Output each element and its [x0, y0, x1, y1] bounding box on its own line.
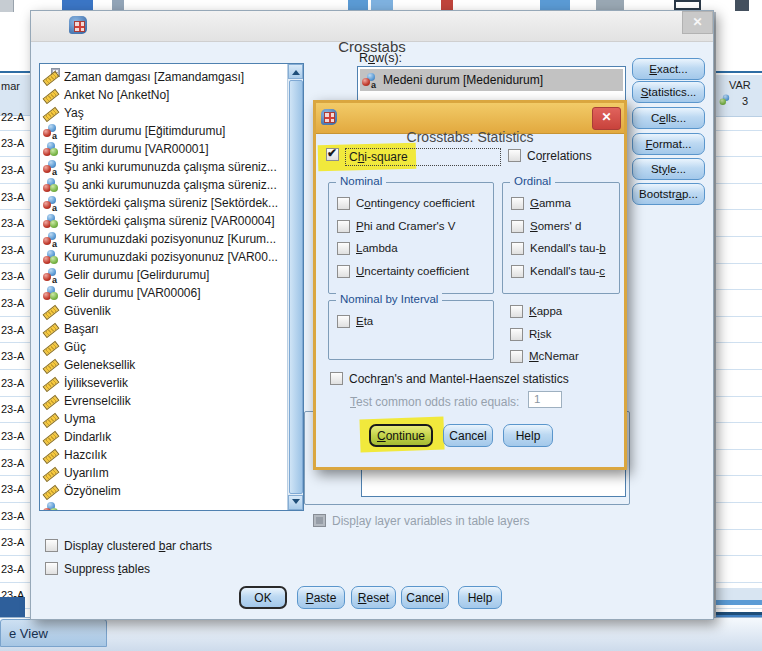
- variable-item[interactable]: Güvenlik: [40, 302, 303, 320]
- scroll-down-icon[interactable]: [288, 495, 303, 510]
- tab-variable-view[interactable]: e View: [0, 619, 107, 647]
- variable-item[interactable]: Şu anki kurumunuzda çalışma süreniz...: [40, 176, 303, 194]
- checkbox-suppress-tables[interactable]: Suppress tables: [45, 562, 150, 576]
- variable-item[interactable]: İyilikseverlik: [40, 374, 303, 392]
- checkbox-lambda[interactable]: Lambda: [337, 242, 398, 255]
- variable-item[interactable]: Dindarlık: [40, 428, 303, 446]
- cancel-button[interactable]: Cancel: [443, 424, 493, 447]
- checkbox-box[interactable]: [337, 242, 350, 255]
- checkbox-kendall-s-tau-c[interactable]: Kendall's tau-c: [511, 265, 605, 278]
- variable-item-label: Uyma: [64, 412, 95, 426]
- side-button-cells[interactable]: Cells...: [632, 107, 705, 129]
- checkbox-box[interactable]: [45, 539, 58, 552]
- checkbox-uncertainty-coefficient[interactable]: Uncertainty coefficient: [337, 265, 469, 278]
- checkbox-box[interactable]: [337, 197, 350, 210]
- scrollbar-fragment[interactable]: [716, 600, 762, 605]
- side-button-bootstrap[interactable]: Bootstrap...: [632, 183, 705, 205]
- scrollbar-thumb[interactable]: [289, 80, 303, 494]
- variable-item[interactable]: aEğitim durumu [Eğitimdurumu]: [40, 122, 303, 140]
- variable-item[interactable]: Eğitim durumu [VAR00001]: [40, 140, 303, 158]
- variable-item[interactable]: Özyönelim: [40, 482, 303, 500]
- crosstabs-titlebar[interactable]: Crosstabs: [31, 11, 713, 42]
- checkbox-label: Kendall's tau-c: [530, 265, 605, 277]
- button-label: Cancel: [449, 429, 486, 443]
- checkbox-kendall-s-tau-b[interactable]: Kendall's tau-b: [511, 242, 606, 255]
- checkbox-label: Gamma: [530, 197, 571, 209]
- checkbox-display-clustered-bar-charts[interactable]: Display clustered bar charts: [45, 539, 212, 553]
- scale-date-icon: [43, 70, 59, 85]
- selected-row-variable[interactable]: a Medeni durum [Medenidurum]: [360, 69, 623, 91]
- variable-list-scrollbar[interactable]: [287, 64, 303, 510]
- variable-item[interactable]: Başarı: [40, 320, 303, 338]
- checkbox-box[interactable]: [337, 315, 350, 328]
- help-button[interactable]: Help: [458, 586, 502, 609]
- variable-item[interactable]: Uyma: [40, 410, 303, 428]
- checkbox-contingency-coefficient[interactable]: Contingency coefficient: [337, 197, 475, 210]
- variable-list[interactable]: Zaman damgası [Zamandamgası]Anket No [An…: [39, 63, 304, 511]
- checkbox-box[interactable]: [337, 265, 350, 278]
- checkbox-phi-and-cramer-s-v[interactable]: Phi and Cramer's V: [337, 220, 455, 233]
- scale-icon: [43, 430, 59, 445]
- checkbox-box[interactable]: [326, 148, 339, 161]
- checkbox-gamma[interactable]: Gamma: [511, 197, 571, 210]
- reset-button[interactable]: Reset: [351, 586, 396, 609]
- variable-item-label: Güç: [64, 340, 86, 354]
- variable-item[interactable]: Anket No [AnketNo]: [40, 86, 303, 104]
- checkbox-box[interactable]: [511, 220, 524, 233]
- variable-item[interactable]: Gelir durumu [VAR00006]: [40, 284, 303, 302]
- variable-item[interactable]: Kurumunuzdaki pozisyonunuz [VAR00...: [40, 248, 303, 266]
- scrollbar-fragment[interactable]: [716, 588, 762, 600]
- checkbox-box[interactable]: [510, 328, 523, 341]
- variable-item[interactable]: aKurumunuzdaki pozisyonunuz [Kurum...: [40, 230, 303, 248]
- variable-item[interactable]: Yaş: [40, 104, 303, 122]
- data-cell: [716, 530, 762, 557]
- variable-item[interactable]: Geleneksellik: [40, 356, 303, 374]
- variable-item[interactable]: Hazcılık: [40, 446, 303, 464]
- checkbox-box[interactable]: [511, 197, 524, 210]
- checkbox-kappa[interactable]: Kappa: [510, 305, 562, 318]
- nominal-string-icon: a: [43, 196, 59, 211]
- checkbox-box[interactable]: [330, 372, 343, 385]
- variable-item-label: Başarı: [64, 322, 99, 336]
- data-cell: [716, 184, 762, 211]
- side-button-format[interactable]: Format...: [632, 133, 705, 155]
- variable-item[interactable]: aGelir durumu [Gelirdurumu]: [40, 266, 303, 284]
- checkbox-chi-square[interactable]: Chi-square: [326, 148, 501, 166]
- checkbox-risk[interactable]: Risk: [510, 328, 551, 341]
- checkbox-eta[interactable]: Eta: [337, 315, 373, 328]
- cancel-button[interactable]: Cancel: [401, 586, 449, 609]
- scale-icon: [43, 484, 59, 499]
- side-button-exact[interactable]: Exact...: [632, 58, 705, 80]
- variable-item[interactable]: aŞu anki kurumunuzda çalışma süreniz...: [40, 158, 303, 176]
- paste-button[interactable]: Paste: [297, 586, 345, 609]
- scale-icon: [43, 88, 59, 103]
- variable-item[interactable]: Evrenselcilik: [40, 392, 303, 410]
- checkbox-box[interactable]: [337, 220, 350, 233]
- variable-item[interactable]: Zaman damgası [Zamandamgası]: [40, 68, 303, 86]
- checkbox-box[interactable]: [511, 242, 524, 255]
- checkbox-box[interactable]: [510, 305, 523, 318]
- variable-item[interactable]: aSektördeki çalışma süreniz [Sektördek..…: [40, 194, 303, 212]
- checkbox-box[interactable]: [510, 350, 523, 363]
- side-button-statistics[interactable]: Statistics...: [632, 81, 705, 103]
- scroll-up-icon[interactable]: [288, 64, 303, 79]
- ok-button[interactable]: OK: [239, 586, 287, 609]
- variable-item[interactable]: Sektördeki çalışma süreniz [VAR00004]: [40, 212, 303, 230]
- checkbox-box[interactable]: [511, 265, 524, 278]
- checkbox-somers-d[interactable]: Somers' d: [511, 220, 581, 233]
- variable-item[interactable]: Güç: [40, 338, 303, 356]
- side-button-style[interactable]: Style...: [632, 158, 705, 180]
- checkbox-cochran-mantel-haenszel[interactable]: Cochran's and Mantel-Haenszel statistics: [330, 372, 569, 386]
- variable-item[interactable]: Uyarılım: [40, 464, 303, 482]
- checkbox-box[interactable]: [508, 149, 521, 162]
- variable-item[interactable]: [40, 500, 303, 511]
- close-icon[interactable]: [592, 107, 621, 130]
- checkbox-box[interactable]: [45, 562, 58, 575]
- checkbox-correlations[interactable]: Correlations: [508, 149, 592, 163]
- statistics-titlebar[interactable]: Crosstabs: Statistics: [316, 103, 624, 134]
- data-cell: [716, 397, 762, 424]
- close-icon[interactable]: [682, 11, 713, 34]
- continue-button[interactable]: Continue: [369, 424, 433, 447]
- checkbox-mcnemar[interactable]: McNemar: [510, 350, 579, 363]
- help-button[interactable]: Help: [503, 424, 553, 447]
